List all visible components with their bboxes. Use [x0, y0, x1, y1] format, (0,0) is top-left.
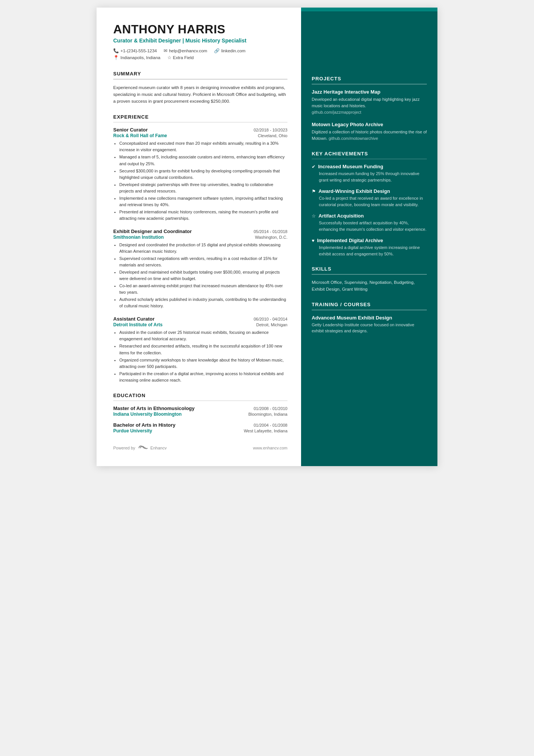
skills-title: SKILLS [312, 266, 427, 272]
achievement-icon-1: ✔ [312, 164, 315, 169]
achievement-header-4: ♥ Implemented Digital Archive [312, 238, 427, 243]
achievement-entry-2: ⚑ Award-Winning Exhibit Design Co-led a … [312, 188, 427, 208]
bullet: Organized community workshops to share k… [119, 357, 287, 370]
link-icon: 🔗 [214, 48, 220, 53]
exp-header-row-3: Assistant Curator 06/2010 - 04/2014 [113, 316, 287, 322]
exp-header-row-2: Exhibit Designer and Coordinator 05/2014… [113, 229, 287, 234]
edu-location-2: West Lafayette, Indiana [244, 429, 287, 433]
skills-text: Microsoft Office, Supervising, Negotiati… [312, 279, 427, 293]
phone-contact: 📞 +1-(234)-555-1234 [113, 48, 157, 53]
bullet: Co-led an award-winning exhibit project … [119, 283, 287, 296]
experience-section: EXPERIENCE Senior Curator 02/2018 - 10/2… [113, 114, 287, 383]
training-section: TRAINING / COURSES Advanced Museum Exhib… [312, 302, 427, 334]
education-section: EDUCATION Master of Arts in Ethnomusicol… [113, 393, 287, 434]
achievement-entry-3: ☆ Artifact Acquisition Successfully boos… [312, 213, 427, 232]
training-title: TRAINING / COURSES [312, 302, 427, 307]
exp-role-3: Assistant Curator [113, 316, 155, 322]
top-bar [301, 8, 437, 11]
edu-school-2: Purdue University [113, 428, 152, 434]
training-course-desc-1: Getty Leadership Institute course focuse… [312, 322, 427, 334]
exp-bullets-1: Conceptualized and executed more than 20… [113, 140, 287, 222]
candidate-name: ANTHONY HARRIS [113, 23, 287, 36]
phone-icon: 📞 [113, 48, 119, 53]
edu-dates-1: 01/2008 - 01/2010 [254, 406, 287, 411]
projects-section: PROJECTS Jazz Heritage Interactive Map D… [312, 76, 427, 142]
achievement-icon-3: ☆ [312, 213, 316, 219]
edu-degree-2: Bachelor of Arts in History [113, 422, 175, 428]
linkedin-contact: 🔗 linkedin.com [214, 48, 245, 53]
project-title-2: Motown Legacy Photo Archive [312, 122, 427, 127]
achievements-section: KEY ACHIEVEMENTS ✔ Increased Museum Fund… [312, 151, 427, 257]
bullet: Participated in the creation of a digita… [119, 371, 287, 383]
project-entry-1: Jazz Heritage Interactive Map Developed … [312, 89, 427, 116]
bullet: Assisted in the curation of over 25 hist… [119, 329, 287, 342]
exp-org-row-2: Smithsonian Institution Washington, D.C. [113, 235, 287, 240]
right-column: PROJECTS Jazz Heritage Interactive Map D… [301, 8, 437, 466]
edu-org-row-2: Purdue University West Lafayette, Indian… [113, 428, 287, 434]
edu-header-row-2: Bachelor of Arts in History 01/2004 - 01… [113, 422, 287, 428]
edu-entry-1: Master of Arts in Ethnomusicology 01/200… [113, 405, 287, 417]
exp-role-2: Exhibit Designer and Coordinator [113, 229, 192, 234]
achievement-title-2: Award-Winning Exhibit Design [319, 188, 390, 194]
project-title-1: Jazz Heritage Interactive Map [312, 89, 427, 95]
left-footer: Powered by Enhancv www.enhancv.com [113, 445, 287, 451]
email-contact: ✉ help@enhancv.com [164, 48, 207, 53]
bullet: Supervised contract negotiations with ve… [119, 255, 287, 268]
header-contact: 📞 +1-(234)-555-1234 ✉ help@enhancv.com 🔗… [113, 48, 287, 53]
brand-label: Enhancv [150, 446, 167, 450]
location-contact: 📍 Indianapolis, Indiana ☆ Extra Field [113, 55, 287, 60]
exp-org-2: Smithsonian Institution [113, 235, 164, 240]
exp-bullets-3: Assisted in the curation of over 25 hist… [113, 329, 287, 383]
achievement-desc-3: Successfully boosted artifact acquisitio… [312, 220, 427, 232]
achievement-desc-2: Co-led a project that received an award … [312, 195, 427, 208]
bullet: Researched and documented artifacts, res… [119, 343, 287, 356]
achievements-divider [312, 159, 427, 160]
exp-dates-3: 06/2010 - 04/2014 [254, 317, 287, 321]
linkedin-value: linkedin.com [221, 49, 245, 53]
achievement-header-1: ✔ Increased Museum Funding [312, 164, 427, 169]
education-divider [113, 401, 287, 401]
achievement-title-1: Increased Museum Funding [318, 164, 383, 169]
training-divider [312, 310, 427, 310]
project-entry-2: Motown Legacy Photo Archive Digitized a … [312, 122, 427, 142]
bullet: Presented at international music history… [119, 209, 287, 222]
skills-divider [312, 274, 427, 275]
extra-field: Extra Field [173, 55, 194, 60]
exp-location-2: Washington, D.C. [255, 235, 287, 239]
exp-header-row-1: Senior Curator 02/2018 - 10/2023 [113, 127, 287, 133]
edu-school-1: Indiana University Bloomington [113, 412, 182, 417]
edu-entry-2: Bachelor of Arts in History 01/2004 - 01… [113, 422, 287, 434]
location-icon: 📍 [113, 55, 119, 60]
exp-location-1: Cleveland, Ohio [258, 133, 287, 138]
summary-text: Experienced museum curator with 8 years … [113, 84, 287, 105]
bullet: Secured $300,000 in grants for exhibit f… [119, 168, 287, 181]
projects-title: PROJECTS [312, 76, 427, 81]
left-column: ANTHONY HARRIS Curator & Exhibit Designe… [97, 8, 301, 466]
email-value: help@enhancv.com [169, 49, 207, 53]
exp-org-row-3: Detroit Institute of Arts Detroit, Michi… [113, 322, 287, 327]
exp-dates-2: 05/2014 - 01/2018 [254, 229, 287, 234]
bullet: Conceptualized and executed more than 20… [119, 140, 287, 153]
project-link-1: github.com/jazzmapproject [312, 110, 361, 114]
training-course-title-1: Advanced Museum Exhibit Design [312, 315, 427, 321]
edu-location-1: Bloomington, Indiana [248, 412, 287, 416]
exp-bullets-2: Designed and coordinated the production … [113, 242, 287, 309]
exp-entry-2: Exhibit Designer and Coordinator 05/2014… [113, 229, 287, 309]
exp-org-1: Rock & Roll Hall of Fame [113, 133, 167, 138]
edu-org-row-1: Indiana University Bloomington Bloomingt… [113, 412, 287, 417]
experience-title: EXPERIENCE [113, 114, 287, 120]
candidate-title: Curator & Exhibit Designer | Music Histo… [113, 38, 287, 44]
skills-section: SKILLS Microsoft Office, Supervising, Ne… [312, 266, 427, 293]
achievement-entry-1: ✔ Increased Museum Funding Increased mus… [312, 164, 427, 183]
header-section: ANTHONY HARRIS Curator & Exhibit Designe… [113, 23, 287, 60]
bullet: Implemented a new collections management… [119, 195, 287, 208]
exp-entry-3: Assistant Curator 06/2010 - 04/2014 Detr… [113, 316, 287, 383]
achievement-title-4: Implemented Digital Archive [317, 238, 383, 243]
summary-divider [113, 79, 287, 80]
exp-org-row-1: Rock & Roll Hall of Fame Cleveland, Ohio [113, 133, 287, 138]
project-desc-1: Developed an educational digital map hig… [312, 96, 427, 116]
bullet: Developed strategic partnerships with th… [119, 182, 287, 194]
education-title: EDUCATION [113, 393, 287, 398]
summary-title: SUMMARY [113, 71, 287, 77]
city-value: Indianapolis, Indiana [120, 55, 161, 60]
